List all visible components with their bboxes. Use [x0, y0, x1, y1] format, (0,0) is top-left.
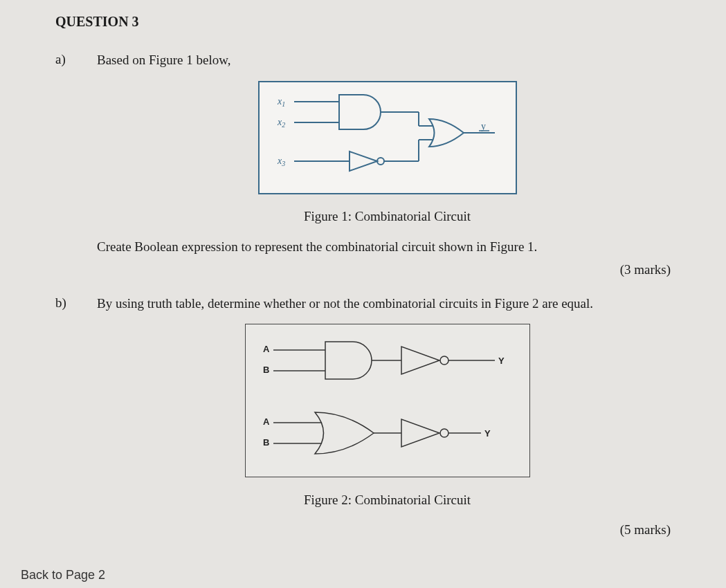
part-b-content: By using truth table, determine whether …: [97, 294, 678, 540]
figure-1-container: x1 x2 x3: [97, 81, 678, 227]
figure-2-caption: Figure 2: Combinatorial Circuit: [97, 490, 678, 511]
svg-text:Y: Y: [498, 356, 505, 366]
svg-text:y: y: [481, 121, 486, 131]
figure-2-box: A B Y A B: [245, 324, 530, 477]
part-a-marks: (3 marks): [97, 260, 678, 280]
part-b-marks: (5 marks): [97, 520, 678, 540]
circuit-diagram-2: A B Y A B: [263, 335, 512, 466]
svg-text:Y: Y: [484, 428, 491, 439]
svg-text:B: B: [263, 437, 269, 448]
figure-2-container: A B Y A B: [97, 324, 678, 510]
svg-text:A: A: [263, 416, 270, 427]
figure-1-caption: Figure 1: Combinatorial Circuit: [97, 207, 678, 227]
part-a-instruction: Create Boolean expression to represent t…: [97, 237, 678, 257]
svg-point-21: [440, 356, 448, 365]
part-b-label: b): [55, 294, 97, 540]
svg-point-29: [440, 429, 448, 437]
part-a-label: a): [55, 50, 97, 280]
part-a-content: Based on Figure 1 below, x1 x2 x3: [97, 50, 678, 280]
svg-text:x3: x3: [277, 156, 285, 167]
svg-text:A: A: [263, 344, 270, 354]
part-b-intro: By using truth table, determine whether …: [97, 294, 678, 314]
svg-text:x1: x1: [277, 96, 285, 108]
svg-text:B: B: [263, 365, 269, 375]
part-a: a) Based on Figure 1 below, x1 x2: [55, 50, 678, 280]
back-to-page-link[interactable]: Back to Page 2: [21, 568, 105, 582]
part-b: b) By using truth table, determine wheth…: [55, 294, 678, 540]
circuit-diagram-1: x1 x2 x3: [273, 89, 502, 186]
figure-1-box: x1 x2 x3: [258, 81, 517, 194]
part-a-intro: Based on Figure 1 below,: [97, 50, 678, 71]
question-title: QUESTION 3: [55, 14, 678, 30]
svg-text:x2: x2: [277, 117, 285, 129]
